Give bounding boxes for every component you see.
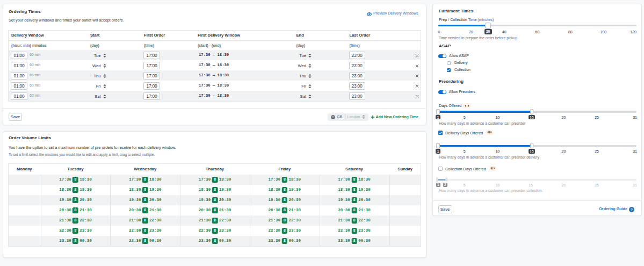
svg-text:?: ? [630,207,632,211]
